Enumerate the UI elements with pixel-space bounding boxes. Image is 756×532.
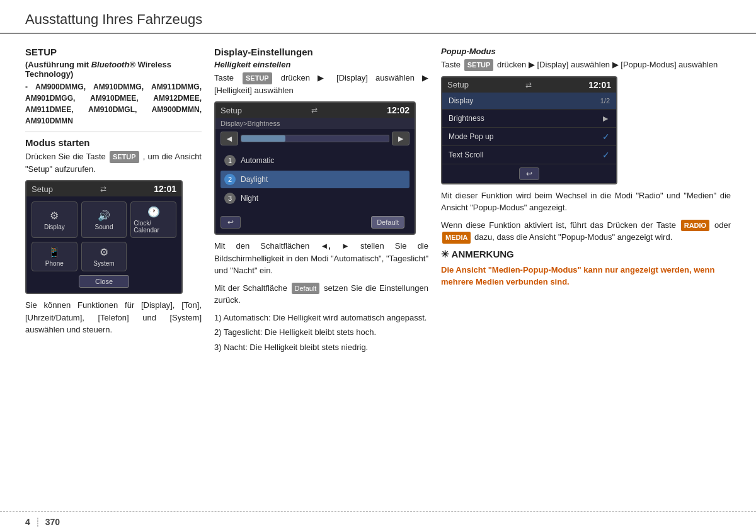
anmerkung-text: Die Ansicht "Medien-Popup-Modus" kann nu… xyxy=(441,264,731,288)
screen3-mode-label: Mode Pop up xyxy=(449,132,493,141)
list-text-3: Nacht: Die Helligkeit bleibt stets niedr… xyxy=(224,342,368,352)
list-item-2: 2) Tageslicht: Die Helligkeit bleibt ste… xyxy=(214,326,428,339)
para2-start: Mit der Schaltfläche xyxy=(214,283,287,293)
phone-icon: 📱 xyxy=(48,246,60,258)
screen3-row1[interactable]: Brightness ► xyxy=(442,110,616,128)
popup-para2-end: dazu, dass die Ansicht "Popup-Modus" ang… xyxy=(474,232,672,242)
screen2-default-btn[interactable]: Default xyxy=(371,216,404,229)
screen1-btn-clock[interactable]: 🕐 Clock/ Calendar xyxy=(130,201,176,238)
screen2-nav: ◄ ► xyxy=(215,129,415,148)
screen2-title: Setup xyxy=(220,106,242,115)
clock-icon: 🕐 xyxy=(147,206,160,218)
setup-badge-left: SETUP xyxy=(110,151,139,163)
anmerkung-title: ✳ ANMERKUNG xyxy=(441,249,731,260)
screen2-back-btn[interactable]: ↩ xyxy=(220,216,241,229)
screen2-time: 12:02 xyxy=(387,105,410,115)
screen3-brightness-label: Brightness xyxy=(449,114,484,123)
screen1-btn-system[interactable]: ⚙ System xyxy=(81,242,127,271)
screen2-icon: ⇄ xyxy=(311,106,318,115)
footer-page-sub: 370 xyxy=(45,517,60,527)
screen2-breadcrumb: Display>Brightness xyxy=(215,118,415,129)
setup-badge-center: SETUP xyxy=(243,72,272,84)
row3-check: ✓ xyxy=(602,150,610,160)
list-item-1: 1) Automatisch: Die Helligkeit wird auto… xyxy=(214,312,428,324)
screen3-row3[interactable]: Text Scroll ✓ xyxy=(442,146,616,164)
option1-label: Automatic xyxy=(241,156,274,165)
screen1-body: ⚙ Display 🔊 Sound 🕐 Clock/ Calendar 📱 Ph… xyxy=(26,196,181,293)
screen1-close-btn[interactable]: Close xyxy=(79,275,129,288)
option-daylight[interactable]: 2 Daylight xyxy=(220,171,410,188)
option1-num: 1 xyxy=(224,155,236,166)
list-num-3: 3) xyxy=(214,342,222,352)
helligkeit-subtitle: Helligkeit einstellen xyxy=(214,60,428,69)
screen3-row2[interactable]: Mode Pop up ✓ xyxy=(442,128,616,146)
page-footer: 4 ┊ 370 xyxy=(0,511,756,532)
screen3-header: Setup ⇄ 12:01 xyxy=(442,77,616,93)
screen3-back-btn[interactable]: ↩ xyxy=(519,167,539,180)
popup-para2: Wenn diese Funktion aktiviert ist, führt… xyxy=(441,219,731,244)
modus-para: Drücken Sie die Taste SETUP , um die Ans… xyxy=(25,150,202,175)
footer-page-num: 4 xyxy=(25,517,30,527)
page-title: Ausstattung Ihres Fahrzeugs xyxy=(25,11,731,28)
default-label: Default xyxy=(377,218,399,226)
para1-start: Mit den Schaltflächen xyxy=(214,241,309,251)
col-right: Popup-Modus Taste SETUP drücken ▶ [Displ… xyxy=(441,47,731,484)
nav-left-arrow[interactable]: ◄ xyxy=(220,132,238,145)
screen3-display-row[interactable]: Display 1/2 xyxy=(442,93,616,110)
popup-para2-start: Wenn diese Funktion aktiviert ist, führt… xyxy=(441,220,676,230)
instruction-para: Taste SETUP drücken ▶ [Display] auswähle… xyxy=(214,72,428,96)
screen3-scroll-label: Text Scroll xyxy=(449,150,483,159)
para1-icons: ◄, ► xyxy=(320,241,349,251)
radio-badge: RADIO xyxy=(681,220,709,232)
brightness-list: 1) Automatisch: Die Helligkeit wird auto… xyxy=(214,312,428,354)
screen2-header: Setup ⇄ 12:02 xyxy=(215,103,415,118)
col-center: Display-Einstellungen Helligkeit einstel… xyxy=(214,47,428,484)
list-num-2: 2) xyxy=(214,327,222,337)
setup-title: SETUP xyxy=(25,47,202,57)
system-icon: ⚙ xyxy=(100,246,108,258)
popup-screen-mock: Setup ⇄ 12:01 Display 1/2 Brightness ► M… xyxy=(441,76,617,184)
display-section-title: Display-Einstellungen xyxy=(214,47,428,57)
setup-badge-right: SETUP xyxy=(464,59,494,71)
screen3-icon: ⇄ xyxy=(525,81,532,89)
option2-num: 2 xyxy=(224,174,236,185)
col-left: SETUP (Ausführung mit Bluetooth® Wireles… xyxy=(25,47,202,484)
screen1-btn-phone[interactable]: 📱 Phone xyxy=(32,242,77,271)
screen1-header: Setup ⇄ 12:01 xyxy=(26,181,181,196)
modus-title: Modus starten xyxy=(25,137,202,148)
screen1-btn-display[interactable]: ⚙ Display xyxy=(32,201,77,238)
brightness-slider[interactable] xyxy=(241,135,389,142)
option3-num: 3 xyxy=(224,193,236,204)
screen1-time: 12:01 xyxy=(154,184,176,194)
popup-instr-start: Taste xyxy=(441,60,461,69)
instruction-text: Taste xyxy=(214,73,234,82)
list-num-1: 1) xyxy=(214,313,222,322)
close-label: Close xyxy=(95,278,113,285)
option-automatic[interactable]: 1 Automatic xyxy=(220,152,410,169)
display-label: Display xyxy=(44,224,65,230)
popup-para2-mid: oder xyxy=(714,220,731,230)
screen1-btn-sound[interactable]: 🔊 Sound xyxy=(81,201,127,238)
screen3-page-num: 1/2 xyxy=(600,97,610,105)
screen1-icon: ⇄ xyxy=(100,184,106,193)
sound-label: Sound xyxy=(95,224,113,230)
para2-center: Mit der Schaltfläche Default setzen Sie … xyxy=(214,282,428,307)
popup-instr-end: drücken ▶ [Display] auswählen ▶ [Popup-M… xyxy=(497,60,718,69)
page-header: Ausstattung Ihres Fahrzeugs xyxy=(0,0,756,34)
option2-label: Daylight xyxy=(241,175,268,184)
para1-center: Mit den Schaltflächen ◄, ► stellen Sie d… xyxy=(214,240,428,277)
caption-text: Sie können Funktionen für [Display], [To… xyxy=(25,299,202,336)
row2-check: ✓ xyxy=(602,132,610,142)
screen2-options: 1 Automatic 2 Daylight 3 Night xyxy=(215,148,415,211)
sound-icon: 🔊 xyxy=(98,210,110,222)
media-badge: MEDIA xyxy=(442,232,471,244)
brightness-screen-mock: Setup ⇄ 12:02 Display>Brightness ◄ ► 1 A… xyxy=(214,101,416,235)
model-list: - AM900DMMG, AM910DMMG, AM911DMMG, AM901… xyxy=(25,81,202,127)
option3-label: Night xyxy=(241,194,258,203)
option-night[interactable]: 3 Night xyxy=(220,190,410,207)
list-item-3: 3) Nacht: Die Helligkeit bleibt stets ni… xyxy=(214,341,428,354)
modus-text: Drücken Sie die Taste xyxy=(25,152,106,161)
clock-label: Clock/ Calendar xyxy=(134,220,173,234)
nav-right-arrow[interactable]: ► xyxy=(392,132,410,145)
display-icon: ⚙ xyxy=(50,210,59,222)
